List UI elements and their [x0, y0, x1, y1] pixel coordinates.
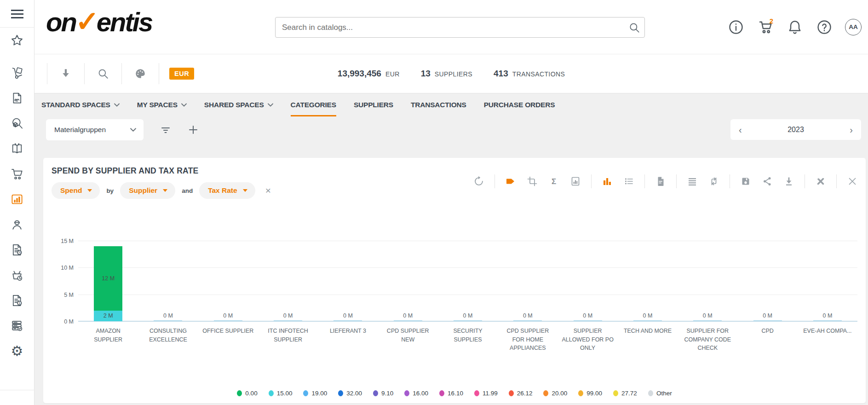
tab-suppliers[interactable]: SUPPLIERS	[354, 93, 393, 116]
supplier-person-icon[interactable]	[7, 215, 27, 234]
settings-gear-icon[interactable]: ⚙	[7, 342, 27, 360]
bar-segment-tax-0.00[interactable]: 12 M	[94, 246, 122, 311]
category-label: CONSULTING EXCELLENCE	[138, 327, 198, 353]
zero-bar-sliver	[274, 320, 302, 321]
list-view-icon[interactable]	[623, 175, 635, 187]
legend-item-19-00[interactable]: 19.00	[303, 390, 327, 397]
legend-item-26-12[interactable]: 26.12	[509, 390, 533, 397]
category-label: SUPPLIER FOR COMPANY CODE CHECK	[678, 327, 737, 353]
cart-icon[interactable]: 2	[757, 18, 774, 36]
legend-item-11-99[interactable]: 11.99	[474, 390, 498, 397]
notifications-bell-icon[interactable]	[786, 18, 804, 36]
top-bar: on✓entis 2 AA	[34, 0, 868, 54]
dimension-selector-label: Materialgruppen	[54, 126, 106, 134]
bar-value-label: 0 M	[678, 312, 737, 319]
search-input[interactable]	[276, 23, 624, 32]
category-label-text: CPD	[761, 327, 773, 336]
tools-icon[interactable]	[815, 175, 827, 187]
zero-bar-sliver	[454, 320, 482, 321]
share-icon[interactable]	[761, 175, 773, 187]
tab-categories[interactable]: CATEGORIES	[291, 93, 336, 116]
dimension-chip[interactable]: Supplier	[120, 182, 175, 199]
catalog-book-icon[interactable]	[7, 139, 27, 158]
label-tag-icon[interactable]	[505, 175, 517, 187]
pivot-swap-icon[interactable]	[708, 175, 720, 187]
tab-shared-spaces[interactable]: SHARED SPACES	[204, 93, 273, 116]
help-icon[interactable]	[816, 18, 833, 36]
currency-badge[interactable]: EUR	[169, 68, 194, 80]
legend-item-32-00[interactable]: 32.00	[338, 390, 362, 397]
close-panel-icon[interactable]	[846, 175, 858, 187]
prev-year-button[interactable]: ‹	[739, 125, 742, 134]
legend-item-99-00[interactable]: 99.00	[578, 390, 602, 397]
filter-icon[interactable]	[160, 124, 171, 135]
download-icon[interactable]	[783, 175, 795, 187]
shopping-cart-icon[interactable]	[7, 165, 27, 183]
sigma-sum-icon[interactable]: Σ	[548, 175, 560, 187]
legend-item-27-72[interactable]: 27.72	[613, 390, 637, 397]
add-view-icon[interactable]	[188, 124, 199, 135]
measure-chip[interactable]: Spend	[52, 182, 100, 199]
legend-item-16-00[interactable]: 16.00	[404, 390, 428, 397]
chart-columns: 12 M2 M0 M0 M0 M0 M0 M0 M0 M0 M0 M0 M0 M…	[78, 241, 857, 321]
legend-item-9-10[interactable]: 9.10	[373, 390, 393, 397]
zero-bar-sliver	[214, 320, 242, 321]
procurement-handtruck-icon[interactable]	[7, 64, 27, 82]
info-icon[interactable]	[727, 18, 745, 36]
theme-palette-icon[interactable]	[122, 68, 159, 80]
product-search-icon[interactable]	[7, 114, 27, 133]
analytics-barchart-icon[interactable]	[7, 190, 27, 208]
next-year-button[interactable]: ›	[850, 125, 853, 134]
legend-item-0-00[interactable]: 0.00	[237, 390, 257, 397]
kpi-value: 13	[421, 69, 431, 79]
tab-purchase-orders[interactable]: PURCHASE ORDERS	[484, 93, 555, 116]
legend-label: 15.00	[277, 390, 293, 397]
pending-basket-clock-icon[interactable]	[7, 266, 27, 284]
user-avatar[interactable]: AA	[845, 19, 862, 35]
chart-frame-icon[interactable]	[569, 175, 581, 187]
tab-my-spaces[interactable]: MY SPACES	[137, 93, 187, 116]
tab-transactions[interactable]: TRANSACTIONS	[411, 93, 466, 116]
bar-chart-view-icon[interactable]	[601, 175, 613, 187]
tab-standard-spaces[interactable]: STANDARD SPACES	[41, 93, 120, 116]
bar-segment-tax-15.00[interactable]: 2 M	[94, 311, 122, 321]
tab-label: SHARED SPACES	[204, 101, 264, 109]
invoice-percent-icon[interactable]: %	[7, 241, 27, 259]
legend-item-15-00[interactable]: 15.00	[269, 390, 293, 397]
kpi-stats: 13,993,456EUR13SUPPLIERS413TRANSACTIONS	[338, 69, 565, 79]
chart-column: 0 M	[678, 241, 737, 321]
bar-amazon-supplier[interactable]: 12 M2 M	[94, 246, 122, 321]
master-data-check-icon[interactable]	[7, 317, 27, 335]
legend-label: 32.00	[346, 390, 362, 397]
clear-breakdown-icon[interactable]: ×	[265, 185, 271, 196]
zero-bar-sliver	[574, 320, 602, 321]
export-download-icon[interactable]	[47, 68, 84, 80]
connector-by: by	[106, 187, 114, 194]
search-spaces-icon[interactable]	[85, 68, 121, 80]
breakdown-chip[interactable]: Tax Rate	[199, 182, 255, 199]
legend-item-other[interactable]: Other	[648, 390, 672, 397]
legend-item-16-10[interactable]: 16.10	[439, 390, 463, 397]
category-label: CPD SUPPLIER FOR HOME APPLIANCES	[498, 327, 558, 353]
refresh-icon[interactable]	[473, 175, 485, 187]
legend-item-20-00[interactable]: 20.00	[543, 390, 567, 397]
divider	[805, 174, 805, 188]
report-document-icon[interactable]	[655, 175, 667, 187]
rows-icon[interactable]	[686, 175, 698, 187]
category-label: TECH AND MORE	[618, 327, 678, 353]
crop-icon[interactable]	[526, 175, 538, 187]
kpi-label: SUPPLIERS	[435, 70, 472, 78]
legend-dot	[303, 390, 308, 396]
kpi-label: TRANSACTIONS	[512, 70, 565, 78]
contracts-handshake-icon[interactable]	[7, 89, 27, 107]
zero-bar-sliver	[813, 320, 842, 321]
search-icon[interactable]	[624, 22, 644, 34]
menu-icon[interactable]	[11, 7, 23, 21]
save-icon[interactable]	[740, 175, 752, 187]
dimension-selector[interactable]: Materialgruppen	[46, 119, 144, 140]
chart-column: 0 M	[138, 241, 198, 321]
favorites-star-icon[interactable]	[7, 31, 27, 50]
document-paragraph-icon[interactable]: §	[7, 291, 27, 310]
legend-dot	[237, 390, 242, 396]
legend-dot	[373, 390, 378, 396]
